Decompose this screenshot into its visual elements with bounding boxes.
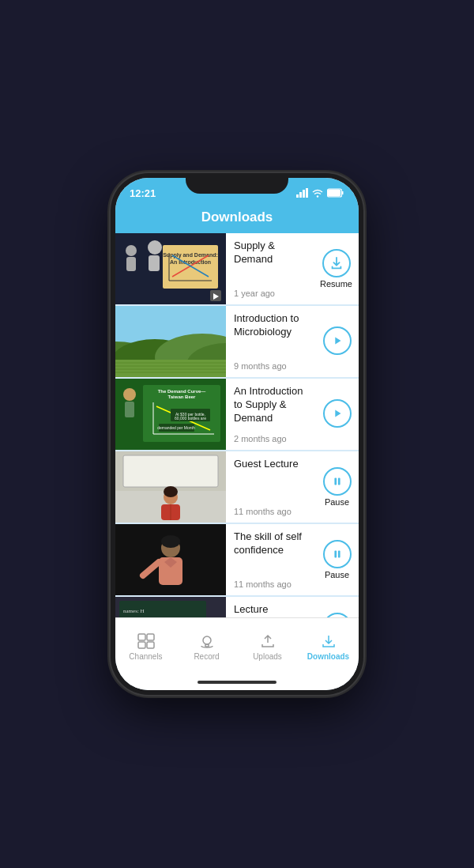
svg-rect-27 xyxy=(115,360,226,377)
tab-record[interactable]: Record xyxy=(176,618,237,668)
svg-rect-0 xyxy=(296,194,299,198)
tab-label-channels: Channels xyxy=(129,652,162,661)
notch xyxy=(186,173,288,194)
item-meta: 11 months ago xyxy=(234,507,307,516)
item-action-pause2[interactable]: Pause xyxy=(315,524,359,595)
play-icon-2 xyxy=(330,406,344,421)
record-icon xyxy=(198,632,216,650)
item-title: Introduction to Microbiology xyxy=(234,312,307,339)
svg-point-82 xyxy=(203,636,211,644)
play-icon xyxy=(330,334,344,348)
content-list[interactable]: Supply and Demand: An Introduction xyxy=(115,233,359,617)
pause-button-1[interactable] xyxy=(323,467,352,496)
action-label-pause1: Pause xyxy=(325,497,349,507)
item-title: The skill of self confidence xyxy=(234,530,307,557)
pause-icon-1 xyxy=(330,474,344,489)
thumbnail-lecture: names: H of land demand algo 2013 Empiri… xyxy=(115,597,226,617)
action-label-pause2: Pause xyxy=(325,570,349,579)
action-label-resume: Resume xyxy=(320,279,352,289)
svg-text:An Introduction: An Introduction xyxy=(170,259,211,265)
list-item: Guest Lecture 11 months ago Pause xyxy=(115,451,359,523)
svg-point-53 xyxy=(164,486,178,497)
item-info: The skill of self confidence 11 months a… xyxy=(226,524,315,595)
list-item: The skill of self confidence 11 months a… xyxy=(115,524,359,595)
pause-icon-2 xyxy=(330,547,344,561)
pause-button-2[interactable] xyxy=(323,540,352,568)
item-action-play2[interactable] xyxy=(315,379,359,450)
item-action-pause3[interactable]: Pause xyxy=(315,597,359,617)
svg-point-63 xyxy=(161,535,180,548)
item-info: Supply & Demand 1 year ago xyxy=(226,233,314,304)
list-item: The Demand Curve— Taiwan Beer At $30 per… xyxy=(115,379,359,450)
svg-text:of land demand: of land demand xyxy=(123,617,156,617)
item-title: Supply & Demand xyxy=(234,240,306,266)
svg-text:Taiwan Beer: Taiwan Beer xyxy=(168,394,197,399)
item-action-pause1[interactable]: Pause xyxy=(315,451,359,523)
downloads-icon xyxy=(319,632,338,650)
tab-label-uploads: Uploads xyxy=(253,652,282,661)
svg-marker-47 xyxy=(335,410,340,417)
signal-icon xyxy=(296,188,308,198)
tab-label-record: Record xyxy=(194,652,219,661)
svg-text:Supply and Demand:: Supply and Demand: xyxy=(163,252,218,259)
header: Downloads xyxy=(115,203,359,233)
list-item: names: H of land demand algo 2013 Empiri… xyxy=(115,597,359,617)
list-item: Introduction to Microbiology 9 months ag… xyxy=(115,306,359,377)
svg-rect-83 xyxy=(205,644,209,647)
svg-text:The Demand Curve—: The Demand Curve— xyxy=(158,389,206,394)
battery-icon xyxy=(327,188,344,198)
wifi-icon xyxy=(312,189,323,198)
item-action-resume[interactable]: Resume xyxy=(314,233,359,304)
header-title: Downloads xyxy=(201,209,273,225)
item-info: Lecture 2 months ago xyxy=(226,597,315,617)
svg-rect-56 xyxy=(337,478,340,485)
item-info: An Introduction to Supply & Demand 2 mon… xyxy=(226,379,315,450)
svg-rect-3 xyxy=(306,188,308,198)
tab-label-downloads: Downloads xyxy=(307,652,349,661)
svg-rect-65 xyxy=(337,551,340,558)
svg-rect-2 xyxy=(303,190,305,198)
thumbnail-supply: Supply and Demand: An Introduction xyxy=(115,233,226,304)
home-indicator xyxy=(115,674,359,690)
uploads-icon xyxy=(258,632,277,650)
status-icons xyxy=(296,188,344,198)
svg-rect-6 xyxy=(329,190,340,196)
item-action-play[interactable] xyxy=(315,306,359,377)
item-title: An Introduction to Supply & Demand xyxy=(234,385,307,425)
play-button-2[interactable] xyxy=(323,399,352,428)
item-meta: 11 months ago xyxy=(234,579,307,589)
skill-svg xyxy=(115,524,226,595)
channels-icon xyxy=(137,632,156,650)
item-meta: 9 months ago xyxy=(234,361,307,371)
tab-uploads[interactable]: Uploads xyxy=(237,618,298,668)
svg-point-4 xyxy=(317,195,318,197)
svg-point-9 xyxy=(126,245,137,256)
lecture-svg: names: H of land demand algo 2013 Empiri… xyxy=(115,597,226,617)
svg-text:demanded per Month: demanded per Month xyxy=(157,425,195,430)
micro-svg xyxy=(115,306,226,377)
svg-text:names: H: names: H xyxy=(123,608,145,614)
demand-svg: The Demand Curve— Taiwan Beer At $30 per… xyxy=(115,379,226,450)
tab-downloads[interactable]: Downloads xyxy=(298,618,359,668)
tab-channels[interactable]: Channels xyxy=(115,618,176,668)
svg-rect-78 xyxy=(138,634,145,640)
svg-rect-10 xyxy=(126,257,136,271)
svg-rect-1 xyxy=(299,192,302,198)
home-bar xyxy=(198,681,276,684)
screen: 12:21 xyxy=(115,178,359,690)
svg-rect-79 xyxy=(147,634,154,640)
item-info: Guest Lecture 11 months ago xyxy=(226,451,315,523)
thumbnail-demand: The Demand Curve— Taiwan Beer At $30 per… xyxy=(115,379,226,450)
svg-rect-50 xyxy=(123,455,218,487)
svg-rect-55 xyxy=(334,478,337,485)
tab-bar: Channels Record xyxy=(115,617,359,674)
svg-rect-64 xyxy=(334,551,337,558)
play-button[interactable] xyxy=(323,326,352,355)
list-item: Supply and Demand: An Introduction xyxy=(115,233,359,304)
status-time: 12:21 xyxy=(130,187,156,199)
download-icon xyxy=(329,256,344,270)
resume-button[interactable] xyxy=(322,249,351,277)
item-title: Guest Lecture xyxy=(234,458,307,471)
svg-marker-32 xyxy=(335,338,340,345)
item-info: Introduction to Microbiology 9 months ag… xyxy=(226,306,315,377)
